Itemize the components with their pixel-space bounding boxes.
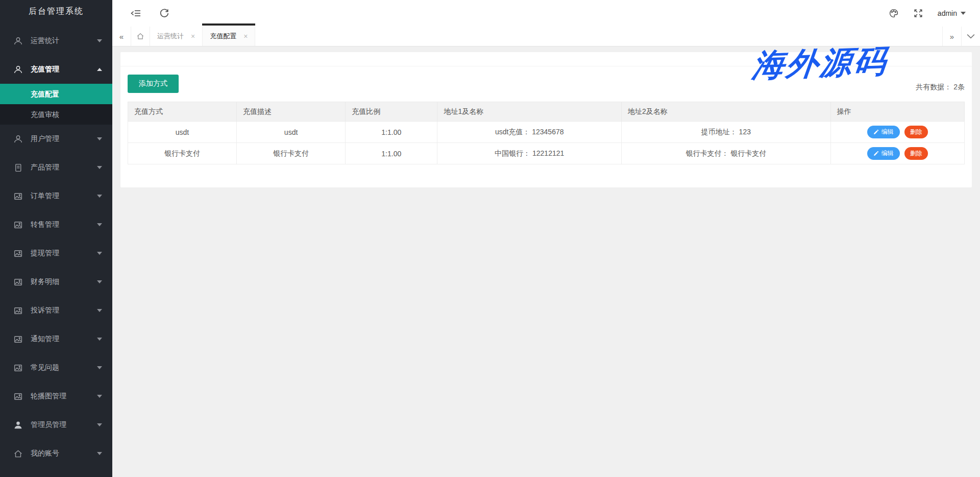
close-icon[interactable]: × <box>191 33 195 40</box>
delete-label: 删除 <box>910 149 922 158</box>
cell-description: usdt <box>237 122 346 143</box>
content-area: 海外源码 添加方式 共有数据： 2条 充值方式 <box>112 46 980 477</box>
sidebar-item-label: 通知管理 <box>31 335 97 344</box>
edit-label: 编辑 <box>881 128 894 136</box>
table-row: 银行卡支付 银行卡支付 1:1.00 中国银行： 12212121 银行卡支付：… <box>128 143 965 164</box>
sidebar-item-withdrawal-management[interactable]: 提现管理 <box>0 239 112 268</box>
chevron-down-icon <box>97 309 102 312</box>
theme-palette-icon[interactable] <box>889 8 899 18</box>
home-icon <box>136 32 144 40</box>
sidebar-item-label: 用户管理 <box>31 134 97 144</box>
sidebar-item-faq[interactable]: 常见问题 <box>0 353 112 382</box>
cell-address2: 银行卡支付： 银行卡支付 <box>621 143 830 164</box>
col-header-description: 充值描述 <box>237 102 346 122</box>
sidebar-item-order-management[interactable]: 订单管理 <box>0 182 112 210</box>
collapse-menu-icon[interactable] <box>131 8 141 18</box>
user-icon <box>13 36 23 46</box>
chevron-down-icon <box>97 395 102 398</box>
sidebar-item-resale-management[interactable]: 转售管理 <box>0 210 112 239</box>
app-root: 后台管理系统 运营统计 充值管理 充值配置 充值审核 <box>0 0 980 477</box>
delete-button[interactable]: 删除 <box>904 147 928 160</box>
table-header-row: 充值方式 充值描述 充值比例 地址1及名称 地址2及名称 操作 <box>128 102 965 122</box>
edit-button[interactable]: 编辑 <box>867 126 900 138</box>
image-icon <box>13 249 23 258</box>
col-header-method: 充值方式 <box>128 102 237 122</box>
sidebar-item-label: 订单管理 <box>31 192 97 201</box>
sidebar-item-admin-management[interactable]: 管理员管理 <box>0 411 112 439</box>
tabs-scroll-left-button[interactable]: « <box>112 27 131 46</box>
tabbar-spacer <box>255 27 942 46</box>
col-header-address2: 地址2及名称 <box>621 102 830 122</box>
chevron-down-icon <box>97 280 102 283</box>
cell-ratio: 1:1.00 <box>346 143 437 164</box>
sidebar-item-finance-details[interactable]: 财务明细 <box>0 268 112 296</box>
tab-operation-stats[interactable]: 运营统计 × <box>150 27 203 46</box>
username: admin <box>938 9 957 17</box>
sidebar-item-label: 产品管理 <box>31 163 97 172</box>
total-records: 共有数据： 2条 <box>916 83 965 93</box>
cell-actions: 编辑 删除 <box>830 122 964 143</box>
recharge-config-table: 充值方式 充值描述 充值比例 地址1及名称 地址2及名称 操作 usdt usd… <box>128 102 965 164</box>
sidebar-item-my-account[interactable]: 我的账号 <box>0 439 112 468</box>
tabs-menu-button[interactable] <box>961 27 980 46</box>
cell-address2: 提币地址： 123 <box>621 122 830 143</box>
home-tab-button[interactable] <box>131 27 150 46</box>
sidebar-item-user-management[interactable]: 用户管理 <box>0 125 112 153</box>
home-icon <box>13 449 23 459</box>
delete-button[interactable]: 删除 <box>904 126 928 138</box>
refresh-icon[interactable] <box>159 8 169 18</box>
image-icon <box>13 363 23 373</box>
close-icon[interactable]: × <box>243 33 248 40</box>
image-icon <box>13 192 23 201</box>
chevron-down-icon <box>97 423 102 426</box>
sidebar-submenu-recharge: 充值配置 充值审核 <box>0 84 112 125</box>
chevron-up-icon <box>97 68 102 71</box>
topbar: admin <box>112 0 980 27</box>
cell-actions: 编辑 删除 <box>830 143 964 164</box>
total-label: 共有数据： <box>916 83 951 91</box>
sidebar-nav: 运营统计 充值管理 充值配置 充值审核 用户管理 <box>0 22 112 477</box>
add-method-button[interactable]: 添加方式 <box>128 75 179 93</box>
fullscreen-icon[interactable] <box>913 8 923 18</box>
image-icon <box>13 335 23 344</box>
sidebar-item-label: 财务明细 <box>31 277 97 287</box>
sidebar-item-carousel-management[interactable]: 轮播图管理 <box>0 382 112 411</box>
sidebar-item-label: 转售管理 <box>31 220 97 229</box>
chevron-down-icon <box>97 137 102 140</box>
sidebar-item-product-management[interactable]: 产品管理 <box>0 153 112 182</box>
user-icon <box>13 134 23 144</box>
tab-label: 充值配置 <box>210 32 236 41</box>
cell-address1: 中国银行： 12212121 <box>437 143 622 164</box>
sidebar-item-operation-stats[interactable]: 运营统计 <box>0 27 112 55</box>
chevron-down-icon <box>967 32 975 40</box>
sidebar-item-complaint-management[interactable]: 投诉管理 <box>0 296 112 325</box>
tab-recharge-config[interactable]: 充值配置 × <box>203 27 255 46</box>
sidebar-subitem-recharge-review[interactable]: 充值审核 <box>0 104 112 125</box>
sidebar-item-label: 轮播图管理 <box>31 392 97 401</box>
chevron-down-icon <box>97 366 102 369</box>
sidebar-item-label: 提现管理 <box>31 249 97 258</box>
main-area: admin « 运营统计 × 充值配置 × » <box>112 0 980 477</box>
app-title: 后台管理系统 <box>0 0 112 22</box>
sidebar-item-label: 我的账号 <box>31 449 97 458</box>
sidebar: 后台管理系统 运营统计 充值管理 充值配置 充值审核 <box>0 0 112 477</box>
sidebar-item-notice-management[interactable]: 通知管理 <box>0 325 112 353</box>
image-icon <box>13 306 23 316</box>
chevron-down-icon <box>97 166 102 169</box>
sidebar-item-label: 运营统计 <box>31 36 97 45</box>
cell-ratio: 1:1.00 <box>346 122 437 143</box>
topbar-left <box>131 8 169 18</box>
sidebar-item-label: 充值管理 <box>31 65 97 74</box>
user-menu[interactable]: admin <box>938 9 966 17</box>
sidebar-subitem-recharge-config[interactable]: 充值配置 <box>0 84 112 104</box>
toolbar: 添加方式 共有数据： 2条 <box>120 66 972 93</box>
sidebar-item-label: 投诉管理 <box>31 306 97 315</box>
tabs-scroll-right-button[interactable]: » <box>942 27 961 46</box>
content-card: 海外源码 添加方式 共有数据： 2条 充值方式 <box>120 52 972 187</box>
cell-method: usdt <box>128 122 237 143</box>
total-value: 2条 <box>953 83 965 91</box>
tab-bar: « 运营统计 × 充值配置 × » <box>112 27 980 46</box>
sidebar-item-recharge-management[interactable]: 充值管理 <box>0 55 112 84</box>
edit-button[interactable]: 编辑 <box>867 147 900 160</box>
chevron-down-icon <box>961 12 966 15</box>
